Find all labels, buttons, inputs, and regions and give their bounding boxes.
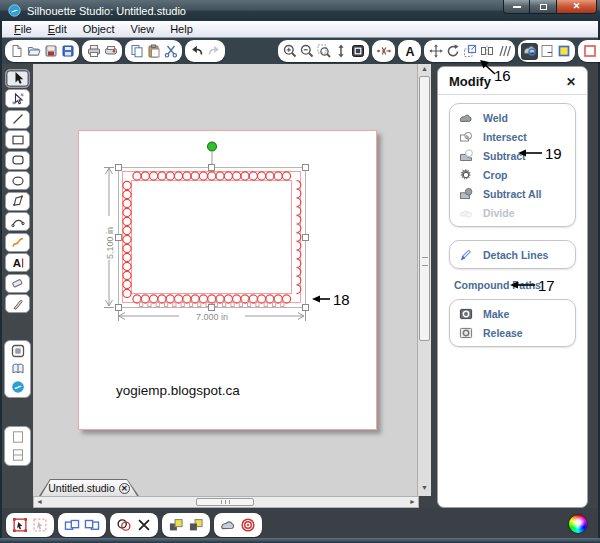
scale-icon[interactable] bbox=[461, 43, 478, 60]
send-to-back-icon[interactable] bbox=[186, 515, 206, 535]
modify-window-icon[interactable] bbox=[521, 43, 538, 60]
ellipse-tool-button[interactable] bbox=[5, 171, 30, 190]
modify-item-crop[interactable]: Crop bbox=[457, 165, 568, 184]
maximize-button[interactable] bbox=[530, 0, 557, 14]
deselect-icon[interactable] bbox=[30, 515, 50, 535]
select-tool-button[interactable] bbox=[5, 69, 30, 88]
scroll-down-icon[interactable]: ▼ bbox=[421, 484, 428, 491]
close-button[interactable]: ✕ bbox=[557, 0, 597, 14]
text-style-icon[interactable]: A bbox=[401, 43, 418, 60]
scroll-up-icon[interactable]: ▲ bbox=[421, 65, 428, 72]
line-tool-button[interactable] bbox=[5, 110, 30, 129]
toolbar-group-text: A bbox=[398, 40, 421, 62]
duplicate-left-icon[interactable] bbox=[62, 515, 82, 535]
modify-item-subtract-all[interactable]: Subtract All bbox=[457, 184, 568, 203]
line-style-window-icon[interactable] bbox=[538, 43, 555, 60]
freehand-tool-button[interactable] bbox=[5, 233, 30, 252]
modify-item-intersect[interactable]: Intersect bbox=[457, 127, 568, 146]
tab-close-icon[interactable]: ✕ bbox=[119, 483, 130, 494]
redo-icon[interactable] bbox=[205, 43, 222, 60]
minimize-button[interactable] bbox=[503, 0, 530, 14]
rectangle-tool-button[interactable] bbox=[5, 130, 30, 149]
silhouette-store-button[interactable] bbox=[5, 378, 30, 396]
library-button[interactable] bbox=[5, 342, 30, 360]
eraser-tool-button[interactable] bbox=[5, 274, 30, 293]
save-to-library-icon[interactable] bbox=[59, 43, 76, 60]
cut-style-window-icon[interactable] bbox=[581, 43, 598, 60]
document-tab[interactable]: Untitled.studio ✕ bbox=[39, 479, 139, 496]
text-tool-button[interactable]: A bbox=[5, 253, 30, 272]
left-toolbar: A bbox=[2, 64, 33, 508]
print-icon[interactable] bbox=[85, 43, 102, 60]
modify-item-weld[interactable]: Weld bbox=[457, 108, 568, 127]
zoom-out-icon[interactable] bbox=[298, 43, 315, 60]
send-to-silhouette-icon[interactable] bbox=[102, 43, 119, 60]
color-wheel-icon[interactable] bbox=[569, 515, 587, 533]
curve-tool-button[interactable] bbox=[5, 212, 30, 231]
overlap-shapes-icon[interactable] bbox=[114, 515, 134, 535]
registration-marks-icon[interactable] bbox=[238, 515, 258, 535]
undo-icon[interactable] bbox=[188, 43, 205, 60]
selection-handle bbox=[303, 305, 309, 311]
design-selection[interactable]: 5.100 in 7.000 in bbox=[33, 64, 417, 477]
store-button[interactable] bbox=[5, 360, 30, 378]
weld-shape-icon[interactable] bbox=[218, 515, 238, 535]
horizontal-scrollbar[interactable]: ◄ ► bbox=[33, 496, 419, 508]
menu-item-file[interactable]: File bbox=[6, 23, 40, 35]
new-document-icon[interactable] bbox=[8, 43, 25, 60]
modify-item-make[interactable]: Make bbox=[457, 304, 568, 323]
zoom-selection-icon[interactable] bbox=[315, 43, 332, 60]
cut-icon[interactable] bbox=[162, 43, 179, 60]
svg-text:A: A bbox=[405, 45, 414, 59]
fill-style-window-icon[interactable] bbox=[555, 43, 572, 60]
scalloped-frame[interactable] bbox=[123, 172, 301, 307]
copy-icon[interactable] bbox=[128, 43, 145, 60]
knife-tool-button[interactable] bbox=[5, 294, 30, 313]
mirror-icon[interactable] bbox=[478, 43, 495, 60]
pan-icon[interactable] bbox=[332, 43, 349, 60]
selection-handles[interactable] bbox=[116, 165, 309, 311]
menu-item-help[interactable]: Help bbox=[162, 23, 201, 35]
panel-close-icon[interactable]: ✕ bbox=[566, 75, 576, 89]
selection-handle bbox=[116, 305, 122, 311]
open-folder-icon[interactable] bbox=[25, 43, 42, 60]
modify-item-release[interactable]: Release bbox=[457, 323, 568, 342]
paste-icon[interactable] bbox=[145, 43, 162, 60]
cut-line-icon[interactable] bbox=[375, 43, 392, 60]
library-button-group bbox=[4, 340, 31, 398]
ellipse-icon bbox=[9, 172, 26, 189]
delete-icon[interactable] bbox=[134, 515, 154, 535]
canvas-area[interactable]: yogiemp.blogspot.ca 5.100 in 7.000 in bbox=[33, 64, 417, 477]
scroll-right-icon[interactable]: ► bbox=[409, 498, 416, 505]
fit-to-page-icon[interactable] bbox=[349, 43, 366, 60]
vertical-scrollbar[interactable]: ▲ ▼ bbox=[417, 64, 431, 496]
modify-item-label: Divide bbox=[483, 207, 515, 219]
scroll-left-icon[interactable]: ◄ bbox=[36, 498, 43, 505]
shear-icon[interactable] bbox=[495, 43, 512, 60]
page-split-button[interactable] bbox=[5, 446, 30, 464]
save-icon[interactable] bbox=[42, 43, 59, 60]
rotate-icon[interactable] bbox=[444, 43, 461, 60]
annotation-19: 19 bbox=[545, 145, 562, 162]
edit-points-tool-button[interactable] bbox=[5, 89, 30, 108]
duplicate-right-icon[interactable] bbox=[82, 515, 102, 535]
move-icon[interactable] bbox=[427, 43, 444, 60]
select-all-icon[interactable] bbox=[10, 515, 30, 535]
menu-item-view[interactable]: View bbox=[123, 23, 163, 35]
compound-paths-header: Compound Paths bbox=[454, 279, 587, 291]
rounded-rectangle-tool-button[interactable] bbox=[5, 151, 30, 170]
page-blank-icon bbox=[9, 428, 26, 445]
modify-item-detach-lines[interactable]: Detach Lines bbox=[457, 245, 568, 264]
bring-to-front-icon[interactable] bbox=[166, 515, 186, 535]
vertical-scroll-thumb[interactable] bbox=[419, 76, 430, 341]
modify-group-box: Detach Lines bbox=[449, 240, 576, 269]
modify-item-label: Subtract bbox=[483, 150, 526, 162]
polygon-tool-button[interactable] bbox=[5, 192, 30, 211]
menu-item-edit[interactable]: Edit bbox=[40, 23, 75, 35]
modify-item-divide: Divide bbox=[457, 203, 568, 222]
menu-item-object[interactable]: Object bbox=[75, 23, 123, 35]
horizontal-scroll-thumb[interactable] bbox=[196, 498, 254, 506]
rotate-handle[interactable] bbox=[208, 142, 217, 151]
page-blank-button[interactable] bbox=[5, 428, 30, 446]
zoom-in-icon[interactable] bbox=[281, 43, 298, 60]
